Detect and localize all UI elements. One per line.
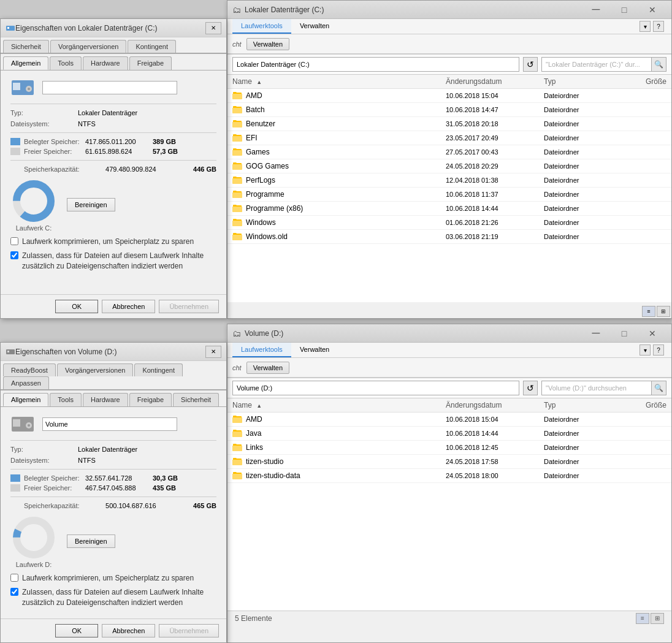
folder-icon — [232, 443, 242, 452]
view-tile-btn-c[interactable]: ⊞ — [657, 306, 670, 317]
uebernehmen-btn-d[interactable]: Übernehmen — [159, 624, 219, 637]
search-input-c[interactable]: "Lokaler Datenträger (C:)" dur... — [541, 57, 652, 72]
col-date-header-d[interactable]: Änderungsdatum — [446, 401, 544, 409]
abbrechen-btn-c[interactable]: Abbrechen — [102, 300, 155, 313]
minimize-button[interactable]: ─ — [582, 1, 610, 19]
col-name-header-c[interactable]: Name ▲ — [232, 77, 446, 86]
col-size-header-d[interactable]: Größe — [617, 401, 666, 409]
tab-vorgaenger-d[interactable]: Vorgängerversionen — [57, 363, 133, 376]
maximize-button-d[interactable]: □ — [610, 324, 638, 343]
table-row[interactable]: PerfLogs 12.04.2018 01:38 Dateiordner — [227, 173, 671, 188]
refresh-btn-d[interactable]: ↺ — [523, 381, 538, 395]
col-type-header-d[interactable]: Typ — [544, 401, 617, 409]
tab-tools-c[interactable]: Tools — [50, 56, 82, 70]
search-icon-btn-d[interactable]: 🔍 — [652, 381, 666, 395]
checkbox1-c[interactable] — [10, 237, 18, 245]
dialog-c-close-btn[interactable]: ✕ — [205, 22, 221, 34]
tab-sicherheit-d[interactable]: Sicherheit — [173, 393, 219, 406]
verwalten-ribbon-btn[interactable]: Verwalten — [246, 38, 289, 50]
tab-freigabe-c[interactable]: Freigabe — [129, 56, 172, 70]
tab-hardware-d[interactable]: Hardware — [83, 393, 128, 406]
tab-kontingent-d[interactable]: Kontingent — [134, 363, 183, 376]
help-btn[interactable]: ? — [653, 21, 664, 32]
checkbox1-row-d: Laufwerk komprimieren, um Speicherplatz … — [10, 573, 216, 584]
table-row[interactable]: Links 10.06.2018 12:45 Dateiordner — [227, 441, 671, 455]
belegter-gb-c: 389 GB — [153, 138, 176, 145]
tab-hardware-c[interactable]: Hardware — [83, 56, 128, 70]
address-input-c[interactable]: Lokaler Datenträger (C:) — [232, 57, 519, 72]
checkbox2-c[interactable] — [10, 251, 18, 259]
view-tile-btn-d[interactable]: ⊞ — [651, 613, 664, 624]
table-row[interactable]: AMD 10.06.2018 15:04 Dateiordner — [227, 89, 671, 103]
belegter-num-c: 417.865.011.200 — [85, 138, 153, 145]
view-detail-btn-c[interactable]: ≡ — [642, 306, 655, 317]
file-date: 24.05.2018 18:00 — [446, 472, 544, 479]
close-button-d[interactable]: ✕ — [638, 324, 666, 343]
table-row[interactable]: tizen-studio 24.05.2018 17:58 Dateiordne… — [227, 455, 671, 469]
table-row[interactable]: Benutzer 31.05.2018 20:18 Dateiordner — [227, 117, 671, 131]
tab-vorgaenger-c[interactable]: Vorgängerversionen — [50, 40, 126, 53]
table-row[interactable]: EFI 23.05.2017 20:49 Dateiordner — [227, 131, 671, 145]
explorer-icon-d: 🗂 — [232, 329, 241, 338]
ribbon-collapse-btn-d[interactable]: ▾ — [640, 344, 651, 356]
table-row[interactable]: GOG Games 24.05.2018 20:29 Dateiordner — [227, 159, 671, 173]
col-date-header-c[interactable]: Änderungsdatum — [446, 77, 544, 86]
table-row[interactable]: Windows 01.06.2018 21:26 Dateiordner — [227, 216, 671, 230]
view-detail-btn-d[interactable]: ≡ — [636, 613, 649, 624]
maximize-button[interactable]: □ — [610, 1, 638, 19]
table-row[interactable]: Windows.old 03.06.2018 21:19 Dateiordner — [227, 230, 671, 244]
tab-laufwerktools-c[interactable]: Laufwerktools — [232, 19, 291, 34]
tab-verwalten-c[interactable]: Verwalten — [291, 19, 338, 34]
belegter-row-c: Belegter Speicher: 417.865.011.200 389 G… — [10, 138, 216, 145]
belegter-row-d: Belegter Speicher: 32.557.641.728 30,3 G… — [10, 474, 216, 482]
help-btn-d[interactable]: ? — [653, 344, 664, 356]
checkbox2-d[interactable] — [10, 588, 18, 596]
table-row[interactable]: Games 27.05.2017 00:43 Dateiordner — [227, 145, 671, 159]
dateisystem-row-d: Dateisystem: NTFS — [10, 457, 216, 464]
uebernehmen-btn-c[interactable]: Übernehmen — [159, 300, 219, 313]
bereinigen-btn-c[interactable]: Bereinigen — [67, 198, 115, 211]
file-type: Dateiordner — [544, 162, 617, 170]
table-row[interactable]: tizen-studio-data 24.05.2018 18:00 Datei… — [227, 469, 671, 483]
table-row[interactable]: AMD 10.06.2018 15:04 Dateiordner — [227, 413, 671, 427]
close-button[interactable]: ✕ — [638, 1, 666, 19]
tab-verwalten-d[interactable]: Verwalten — [291, 343, 338, 357]
minimize-button-d[interactable]: ─ — [582, 324, 610, 343]
refresh-btn-c[interactable]: ↺ — [523, 57, 538, 72]
tab-laufwerktools-d[interactable]: Laufwerktools — [232, 343, 291, 357]
kapazitaet-label-d: Speicherkapazität: — [24, 502, 85, 509]
volume-label-input-d[interactable] — [42, 417, 177, 431]
col-size-header-c[interactable]: Größe — [617, 77, 666, 86]
tab-sicherheit-c[interactable]: Sicherheit — [3, 40, 49, 53]
col-name-header-d[interactable]: Name ▲ — [232, 401, 446, 409]
checkbox1-d[interactable] — [10, 574, 18, 582]
table-row[interactable]: Programme (x86) 10.06.2018 14:44 Dateior… — [227, 202, 671, 216]
ribbon: Laufwerktools Verwalten ▾ ? cht Verwalte… — [227, 19, 671, 55]
search-input-d[interactable]: "Volume (D:)" durchsuchen — [541, 381, 652, 395]
verwalten-ribbon-btn-d[interactable]: Verwalten — [246, 362, 289, 374]
col-type-header-c[interactable]: Typ — [544, 77, 617, 86]
address-input-d[interactable]: Volume (D:) — [232, 381, 519, 395]
address-bar-c: Lokaler Datenträger (C:) ↺ "Lokaler Date… — [227, 55, 671, 75]
tab-allgemein-c[interactable]: Allgemein — [3, 56, 48, 70]
explorer-d-window: 🗂 Volume (D:) ─ □ ✕ Laufwerktools Verwal… — [227, 324, 672, 643]
tab-freigabe-d[interactable]: Freigabe — [129, 393, 172, 406]
table-row[interactable]: Batch 10.06.2018 14:47 Dateiordner — [227, 103, 671, 117]
ok-btn-d[interactable]: OK — [55, 624, 98, 637]
search-icon-btn-c[interactable]: 🔍 — [652, 57, 666, 72]
table-row[interactable]: Java 10.06.2018 14:44 Dateiordner — [227, 427, 671, 441]
tab-tools-d[interactable]: Tools — [50, 393, 82, 406]
tab-allgemein-d[interactable]: Allgemein — [3, 393, 48, 406]
bereinigen-btn-d[interactable]: Bereinigen — [67, 535, 115, 548]
dialog-d-close-btn[interactable]: ✕ — [205, 346, 221, 358]
file-date: 31.05.2018 20:18 — [446, 120, 544, 127]
tab-anpassen-d[interactable]: Anpassen — [3, 376, 49, 389]
tab-readyboost-d[interactable]: ReadyBoost — [3, 363, 56, 376]
svg-rect-11 — [13, 419, 20, 427]
volume-label-input-c[interactable] — [42, 81, 177, 94]
tab-kontingent-c[interactable]: Kontingent — [128, 40, 176, 53]
ok-btn-c[interactable]: OK — [55, 300, 98, 313]
ribbon-collapse-btn[interactable]: ▾ — [640, 21, 651, 32]
table-row[interactable]: Programme 10.06.2018 11:37 Dateiordner — [227, 188, 671, 202]
abbrechen-btn-d[interactable]: Abbrechen — [102, 624, 155, 637]
